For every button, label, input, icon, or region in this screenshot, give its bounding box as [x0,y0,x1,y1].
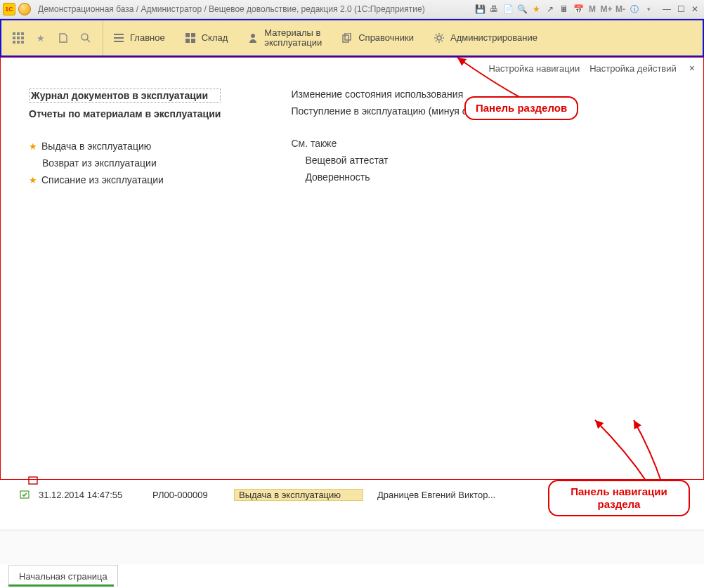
section-tab-materials-label-1: Материалы в [264,28,322,38]
svg-rect-1 [17,32,20,35]
calendar-icon[interactable]: 📅 [572,3,585,15]
content-toolbar: Настройка навигации Настройка действий × [1,58,703,79]
sections-menu-icon[interactable] [11,31,25,45]
svg-rect-7 [17,41,20,44]
doc-posted-icon [28,476,38,485]
svg-rect-19 [343,35,348,42]
section-tab-admin[interactable]: Администрирование [424,20,547,55]
nav-group-see-also: См. также [291,138,492,149]
nav-link-issue[interactable]: Выдача в эксплуатацию [41,141,151,152]
calculator-icon[interactable]: 🖩 [558,3,571,15]
memory-m-button[interactable]: M [586,3,599,15]
nav-column-1: Журнал документов в эксплуатации Отчеты … [29,89,221,185]
section-tab-materials[interactable]: Материалы в эксплуатации [237,20,332,55]
svg-point-9 [82,34,88,40]
section-tab-main[interactable]: Главное [103,20,175,55]
print-preview-icon[interactable]: 📄 [502,3,514,15]
sections-panel: ★ Главное Склад Материалы в эксплуатации [0,19,704,57]
svg-line-27 [441,41,443,42]
print-icon[interactable]: 🖶 [488,3,500,15]
section-tab-references-label: Справочники [358,33,414,43]
search-section-icon[interactable] [79,31,93,45]
history-icon[interactable] [56,31,70,45]
svg-rect-14 [185,33,190,37]
cell-person: Драницев Евгений Виктор... [373,490,522,500]
grid-icon [185,32,196,44]
document-grid: 31.12.2014 14:47:55 РЛ00-000009 Выдача в… [0,480,704,508]
favorites-icon[interactable]: ★ [34,31,48,45]
memory-mminus-button[interactable]: M- [614,3,627,15]
cell-date: 31.12.2014 14:47:55 [34,490,148,500]
callout-nav-panel: Панель навигациираздела [548,480,690,516]
maximize-button[interactable]: ☐ [674,3,687,15]
list-icon [113,32,124,44]
memory-mplus-button[interactable]: M+ [600,3,613,15]
nav-link-attestat[interactable]: Вещевой аттестат [291,155,492,166]
nav-link-receipt[interactable]: Поступление в эксплуатацию (минуя склад) [291,105,492,117]
svg-rect-3 [13,37,15,39]
section-tab-references[interactable]: Справочники [332,20,424,55]
window-title: Демонстрационная база / Администратор / … [38,4,425,14]
doc-posted-icon [20,490,31,499]
gear-icon [434,32,445,44]
star-icon: ★ [29,141,37,152]
content-close-button[interactable]: × [686,63,698,74]
navigation-columns: Журнал документов в эксплуатации Отчеты … [1,79,703,185]
svg-rect-2 [21,32,24,35]
favorite-icon[interactable]: ★ [530,3,542,15]
svg-line-10 [87,39,90,42]
section-tab-main-label: Главное [130,33,165,43]
app-circle-icon [18,3,31,15]
svg-rect-8 [21,41,24,44]
app-logo-1c-icon: 1C [3,3,15,15]
pages-icon [341,32,353,44]
svg-point-21 [437,36,441,40]
active-tab-indicator [8,584,114,587]
section-tab-admin-label: Администрирование [450,33,537,43]
svg-rect-0 [13,32,15,35]
svg-line-26 [436,34,437,36]
svg-rect-6 [13,41,15,44]
section-tab-warehouse-label: Склад [202,33,228,43]
callout-sections: Панель разделов [464,96,578,120]
svg-rect-20 [345,33,351,40]
window-titlebar: 1C Демонстрационная база / Администратор… [0,0,704,19]
dropdown-icon[interactable]: ▾ [642,3,655,15]
nav-link-materials-reports[interactable]: Отчеты по материалам в эксплуатации [29,108,221,119]
svg-rect-15 [191,33,195,37]
actions-settings-link[interactable]: Настройка действий [589,63,677,74]
svg-rect-17 [191,39,195,43]
svg-rect-30 [29,477,37,484]
section-tab-materials-label-2: эксплуатации [264,38,322,48]
cell-number: РЛ00-000009 [148,490,234,500]
svg-line-29 [441,34,443,36]
link-icon[interactable]: ↗ [544,3,556,15]
section-tab-warehouse[interactable]: Склад [175,20,238,55]
nav-link-writeoff[interactable]: Списание из эксплуатации [41,174,164,185]
nav-link-documents-journal[interactable]: Журнал документов в эксплуатации [29,89,221,103]
info-icon[interactable]: ⓘ [628,3,641,15]
search-icon[interactable]: 🔍 [516,3,528,15]
close-button[interactable]: ✕ [689,3,701,15]
cell-operation: Выдача в эксплуатацию [234,489,363,501]
svg-point-18 [251,34,255,38]
svg-rect-4 [17,37,20,39]
minimize-button[interactable]: — [660,3,673,15]
callout-arrow-nav-panel [592,417,676,487]
nav-link-poa[interactable]: Доверенность [291,171,492,183]
nav-link-return[interactable]: Возврат из эксплуатации [42,157,157,169]
svg-rect-16 [185,39,190,43]
save-icon[interactable]: 💾 [474,3,486,15]
person-icon [247,32,259,44]
svg-line-28 [436,41,437,42]
page-tab-start[interactable]: Начальная страница [8,565,118,587]
svg-rect-5 [21,37,24,39]
star-icon: ★ [29,175,37,185]
